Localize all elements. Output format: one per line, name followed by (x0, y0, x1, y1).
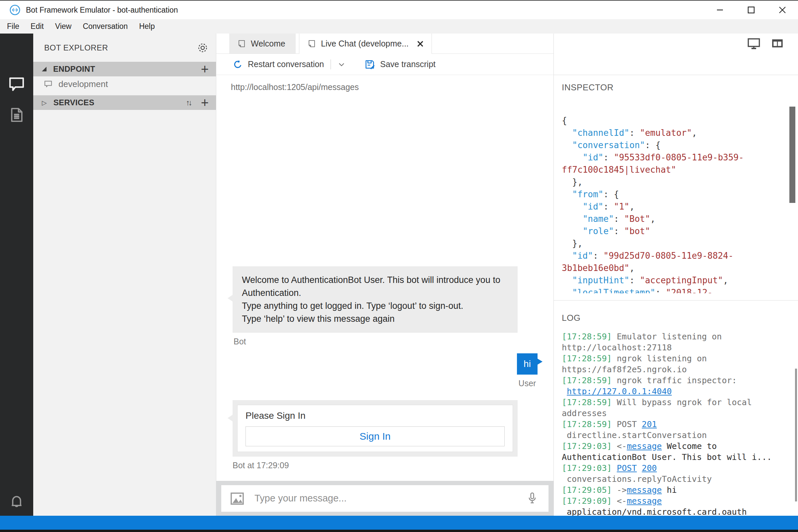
explorer-settings-gear-icon[interactable] (197, 42, 209, 54)
chat-bubble-icon[interactable] (0, 75, 33, 93)
json-line: "name": "Bot", (562, 213, 782, 225)
right-panel-toolbar (554, 34, 798, 54)
log-line: [17:28:59] Will bypass ngrok for local a… (562, 397, 782, 419)
close-button[interactable] (767, 1, 798, 19)
menu-view[interactable]: View (50, 22, 77, 31)
split-columns-icon[interactable] (771, 37, 784, 50)
save-transcript-icon[interactable] (364, 59, 375, 70)
log-line-segment: hi (662, 485, 677, 495)
json-line: "id": "1", (562, 201, 782, 213)
log-line: [17:29:09] <-message (562, 495, 782, 507)
sort-services-button[interactable]: ↑↓ (186, 98, 191, 107)
json-line-segment: "bot" (624, 226, 650, 236)
json-line-segment (562, 128, 572, 138)
save-transcript-button[interactable]: Save transcript (380, 59, 435, 69)
oauth-card-bubble: Please Sign In Sign In (233, 400, 518, 457)
bot-framework-emulator-window: Bot Framework Emulator - bot-authenticat… (0, 0, 798, 532)
add-endpoint-button[interactable]: + (201, 64, 209, 74)
menu-edit[interactable]: Edit (25, 22, 50, 31)
restart-conversation-icon[interactable] (233, 59, 243, 70)
menu-conversation[interactable]: Conversation (77, 22, 133, 31)
services-section-header[interactable]: ▷ SERVICES ↑↓ + (33, 95, 216, 110)
presentation-monitor-icon[interactable] (747, 37, 761, 51)
log-line: directline.startConversation (562, 430, 782, 441)
log-link[interactable]: message (627, 441, 662, 451)
restart-conversation-button[interactable]: Restart conversation (248, 59, 324, 69)
log-line-segment: directline.startConversation (562, 430, 707, 440)
log-scrollbar-thumb[interactable] (795, 368, 797, 501)
status-bar (0, 516, 798, 530)
log-link[interactable]: 201 (642, 419, 657, 429)
log-line-segment: [17:29:05] (562, 485, 612, 495)
bot-sender-label: Bot (234, 337, 246, 346)
endpoint-chat-icon (43, 79, 53, 89)
inspector-scrollbar-thumb[interactable] (790, 107, 795, 203)
menu-file[interactable]: File (1, 22, 25, 31)
tab-welcome-label: Welcome (251, 39, 285, 49)
log-line: [17:28:59] ngrok listening on https://fa… (562, 353, 782, 375)
page-icon (307, 39, 316, 48)
message-input-box[interactable]: Type your message... (221, 485, 549, 512)
bot-timestamp-label: Bot at 17:29:09 (233, 461, 289, 470)
json-line-segment (562, 214, 583, 224)
endpoint-section-header[interactable]: ENDPOINT + (33, 62, 216, 76)
json-line: "localTimestamp": "2018-12-25T14:26:16+0… (562, 287, 782, 293)
menu-help[interactable]: Help (133, 22, 161, 31)
log-line-segment: conversations.replyToActivity (562, 474, 712, 484)
json-line-segment: "from" (572, 189, 603, 199)
json-line: "channelId": "emulator", (562, 127, 782, 139)
endpoint-item-development[interactable]: development (33, 76, 216, 92)
inspector-json: { "channelId": "emulator", "conversation… (562, 115, 782, 293)
log-panel: LOG [17:28:59] Emulator listening on htt… (554, 305, 798, 516)
log-link[interactable]: http://127.0.0.1:4040 (567, 386, 672, 396)
json-line-segment: : { (645, 140, 661, 150)
json-line-segment: , (692, 128, 697, 138)
json-line-segment: , (723, 275, 728, 285)
bot-message-bubble[interactable]: Welcome to AuthenticationBot User. This … (233, 266, 518, 333)
json-line-segment (562, 226, 583, 236)
user-message-text: hi (524, 359, 531, 369)
inspector-title: INSPECTOR (562, 82, 798, 93)
conversation-canvas: http://localhost:1205/api/messages Welco… (216, 75, 554, 481)
chat-toolbar: Restart conversation Save transcript (216, 54, 554, 75)
log-line-segment: [17:28:59] (562, 398, 612, 407)
json-line-segment: "inputHint" (572, 275, 629, 285)
restart-options-chevron-icon[interactable] (337, 60, 346, 69)
log-line-segment: [17:28:59] (562, 376, 612, 385)
json-line-segment: "role" (583, 226, 614, 236)
log-line: [17:28:59] ngrok traffic inspector: (562, 375, 782, 386)
tab-live-chat[interactable]: Live Chat (developme... (299, 34, 432, 54)
json-line-segment (562, 152, 583, 163)
log-link[interactable]: message (627, 485, 662, 495)
json-line-segment (562, 288, 572, 293)
log-link[interactable]: POST (617, 463, 637, 473)
endpoint-url-text: http://localhost:1205/api/messages (231, 82, 359, 92)
attach-image-icon[interactable] (229, 491, 245, 507)
log-line: [17:28:59] Emulator listening on http://… (562, 331, 782, 353)
user-message-bubble[interactable]: hi (517, 353, 538, 375)
log-link[interactable]: 200 (642, 463, 657, 473)
maximize-button[interactable] (736, 1, 767, 19)
log-line-segment: <- (612, 441, 627, 451)
notifications-bell-icon[interactable] (0, 493, 33, 511)
menu-bar: File Edit View Conversation Help (0, 19, 798, 34)
app-logo-icon (9, 4, 21, 16)
json-line-segment: : (603, 202, 614, 211)
json-line: }, (562, 176, 782, 188)
close-tab-icon[interactable] (417, 40, 424, 47)
tab-strip: Welcome Live Chat (developme... (216, 34, 554, 54)
page-icon (237, 39, 246, 48)
json-line-segment: : (614, 226, 624, 236)
log-title: LOG (562, 313, 798, 323)
log-line-segment: [17:28:59] (562, 419, 612, 429)
json-line-segment: , (630, 263, 635, 273)
microphone-icon[interactable] (525, 492, 539, 506)
tab-welcome[interactable]: Welcome (229, 34, 296, 54)
minimize-button[interactable] (704, 1, 736, 19)
transcript-document-icon[interactable] (0, 106, 33, 124)
json-line-segment: }, (562, 239, 583, 248)
add-service-button[interactable]: + (201, 98, 209, 108)
json-line-segment: { (562, 116, 567, 126)
log-link[interactable]: message (627, 496, 662, 506)
sign-in-button[interactable]: Sign In (245, 426, 505, 446)
